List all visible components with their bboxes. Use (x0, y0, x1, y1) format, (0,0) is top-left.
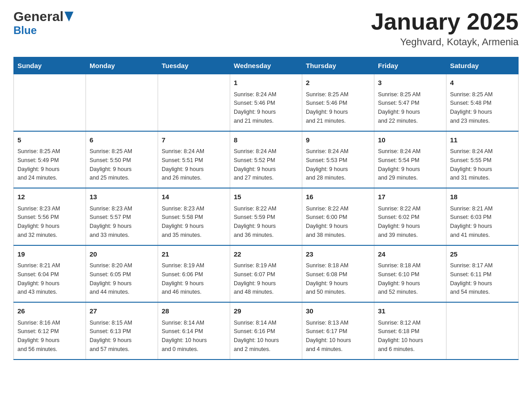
table-row: 17Sunrise: 8:22 AM Sunset: 6:02 PM Dayli… (374, 188, 446, 245)
day-number: 1 (234, 78, 298, 88)
day-info: Sunrise: 8:23 AM Sunset: 5:57 PM Dayligh… (90, 206, 132, 238)
table-row: 20Sunrise: 8:20 AM Sunset: 6:05 PM Dayli… (86, 245, 158, 303)
table-row: 30Sunrise: 8:13 AM Sunset: 6:17 PM Dayli… (302, 302, 374, 360)
page-header: General Blue January 2025 Yeghvard, Kota… (13, 9, 519, 48)
day-info: Sunrise: 8:18 AM Sunset: 6:08 PM Dayligh… (306, 262, 348, 295)
header-monday: Monday (86, 57, 158, 74)
table-row (86, 74, 158, 131)
table-row (14, 74, 86, 131)
day-info: Sunrise: 8:25 AM Sunset: 5:50 PM Dayligh… (90, 148, 132, 181)
day-number: 15 (234, 192, 298, 202)
day-info: Sunrise: 8:25 AM Sunset: 5:48 PM Dayligh… (450, 91, 493, 124)
day-number: 17 (378, 192, 442, 202)
day-info: Sunrise: 8:23 AM Sunset: 5:56 PM Dayligh… (17, 206, 60, 238)
header-friday: Friday (374, 57, 446, 74)
table-row: 7Sunrise: 8:24 AM Sunset: 5:51 PM Daylig… (158, 131, 230, 188)
day-number: 16 (306, 192, 370, 202)
day-info: Sunrise: 8:21 AM Sunset: 6:03 PM Dayligh… (450, 206, 493, 238)
table-row: 3Sunrise: 8:25 AM Sunset: 5:47 PM Daylig… (374, 74, 446, 131)
table-row: 15Sunrise: 8:22 AM Sunset: 5:59 PM Dayli… (230, 188, 302, 245)
day-info: Sunrise: 8:25 AM Sunset: 5:46 PM Dayligh… (306, 91, 348, 124)
day-number: 25 (450, 249, 515, 260)
table-row: 28Sunrise: 8:14 AM Sunset: 6:14 PM Dayli… (158, 302, 230, 360)
table-row: 13Sunrise: 8:23 AM Sunset: 5:57 PM Dayli… (86, 188, 158, 245)
day-number: 18 (450, 192, 515, 202)
day-info: Sunrise: 8:24 AM Sunset: 5:51 PM Dayligh… (162, 148, 204, 181)
day-number: 24 (378, 249, 442, 260)
title-area: January 2025 Yeghvard, Kotayk, Armenia (371, 9, 519, 48)
day-number: 12 (17, 192, 82, 202)
day-info: Sunrise: 8:24 AM Sunset: 5:55 PM Dayligh… (450, 148, 493, 181)
day-number: 4 (450, 78, 515, 88)
header-tuesday: Tuesday (158, 57, 230, 74)
calendar-week-row: 19Sunrise: 8:21 AM Sunset: 6:04 PM Dayli… (14, 245, 519, 303)
day-number: 13 (90, 192, 154, 202)
svg-marker-0 (64, 12, 73, 21)
calendar-title: January 2025 (371, 9, 519, 34)
calendar-week-row: 12Sunrise: 8:23 AM Sunset: 5:56 PM Dayli… (14, 188, 519, 245)
table-row: 24Sunrise: 8:18 AM Sunset: 6:10 PM Dayli… (374, 245, 446, 303)
table-row: 2Sunrise: 8:25 AM Sunset: 5:46 PM Daylig… (302, 74, 374, 131)
header-wednesday: Wednesday (230, 57, 302, 74)
day-info: Sunrise: 8:16 AM Sunset: 6:12 PM Dayligh… (17, 320, 60, 352)
header-thursday: Thursday (302, 57, 374, 74)
table-row: 27Sunrise: 8:15 AM Sunset: 6:13 PM Dayli… (86, 302, 158, 360)
table-row: 1Sunrise: 8:24 AM Sunset: 5:46 PM Daylig… (230, 74, 302, 131)
calendar-table: Sunday Monday Tuesday Wednesday Thursday… (13, 57, 519, 360)
calendar-week-row: 26Sunrise: 8:16 AM Sunset: 6:12 PM Dayli… (14, 302, 519, 360)
table-row: 12Sunrise: 8:23 AM Sunset: 5:56 PM Dayli… (14, 188, 86, 245)
header-sunday: Sunday (14, 57, 86, 74)
day-info: Sunrise: 8:22 AM Sunset: 6:00 PM Dayligh… (306, 206, 348, 238)
day-number: 28 (162, 306, 226, 317)
day-number: 20 (90, 249, 154, 260)
day-info: Sunrise: 8:14 AM Sunset: 6:16 PM Dayligh… (234, 320, 279, 352)
table-row: 21Sunrise: 8:19 AM Sunset: 6:06 PM Dayli… (158, 245, 230, 303)
table-row: 6Sunrise: 8:25 AM Sunset: 5:50 PM Daylig… (86, 131, 158, 188)
table-row: 26Sunrise: 8:16 AM Sunset: 6:12 PM Dayli… (14, 302, 86, 360)
day-number: 23 (306, 249, 370, 260)
day-info: Sunrise: 8:24 AM Sunset: 5:53 PM Dayligh… (306, 148, 348, 181)
table-row: 22Sunrise: 8:19 AM Sunset: 6:07 PM Dayli… (230, 245, 302, 303)
table-row: 16Sunrise: 8:22 AM Sunset: 6:00 PM Dayli… (302, 188, 374, 245)
day-number: 21 (162, 249, 226, 260)
day-number: 7 (162, 135, 226, 146)
calendar-subtitle: Yeghvard, Kotayk, Armenia (371, 36, 519, 48)
calendar-header-row: Sunday Monday Tuesday Wednesday Thursday… (14, 57, 519, 74)
day-number: 19 (17, 249, 82, 260)
table-row (158, 74, 230, 131)
day-number: 14 (162, 192, 226, 202)
day-number: 8 (234, 135, 298, 146)
day-info: Sunrise: 8:23 AM Sunset: 5:58 PM Dayligh… (162, 206, 204, 238)
day-number: 3 (378, 78, 442, 88)
day-info: Sunrise: 8:24 AM Sunset: 5:46 PM Dayligh… (234, 91, 276, 124)
table-row: 10Sunrise: 8:24 AM Sunset: 5:54 PM Dayli… (374, 131, 446, 188)
day-number: 22 (234, 249, 298, 260)
day-number: 27 (90, 306, 154, 317)
table-row: 25Sunrise: 8:17 AM Sunset: 6:11 PM Dayli… (446, 245, 519, 303)
table-row: 4Sunrise: 8:25 AM Sunset: 5:48 PM Daylig… (446, 74, 519, 131)
table-row: 19Sunrise: 8:21 AM Sunset: 6:04 PM Dayli… (14, 245, 86, 303)
day-number: 10 (378, 135, 442, 146)
day-info: Sunrise: 8:25 AM Sunset: 5:49 PM Dayligh… (17, 148, 60, 181)
day-info: Sunrise: 8:21 AM Sunset: 6:04 PM Dayligh… (17, 262, 60, 295)
day-number: 9 (306, 135, 370, 146)
table-row: 23Sunrise: 8:18 AM Sunset: 6:08 PM Dayli… (302, 245, 374, 303)
day-info: Sunrise: 8:24 AM Sunset: 5:52 PM Dayligh… (234, 148, 276, 181)
logo-arrow-icon (64, 12, 73, 23)
logo-blue-text: Blue (13, 24, 37, 37)
day-info: Sunrise: 8:12 AM Sunset: 6:18 PM Dayligh… (378, 320, 423, 352)
day-number: 29 (234, 306, 298, 317)
table-row: 8Sunrise: 8:24 AM Sunset: 5:52 PM Daylig… (230, 131, 302, 188)
day-number: 31 (378, 306, 442, 317)
day-number: 5 (17, 135, 82, 146)
table-row: 18Sunrise: 8:21 AM Sunset: 6:03 PM Dayli… (446, 188, 519, 245)
day-info: Sunrise: 8:15 AM Sunset: 6:13 PM Dayligh… (90, 320, 132, 352)
logo: General Blue (13, 9, 73, 37)
day-info: Sunrise: 8:22 AM Sunset: 5:59 PM Dayligh… (234, 206, 276, 238)
day-number: 6 (90, 135, 154, 146)
day-number: 11 (450, 135, 515, 146)
header-saturday: Saturday (446, 57, 519, 74)
day-info: Sunrise: 8:19 AM Sunset: 6:07 PM Dayligh… (234, 262, 276, 295)
day-info: Sunrise: 8:17 AM Sunset: 6:11 PM Dayligh… (450, 262, 493, 295)
table-row: 31Sunrise: 8:12 AM Sunset: 6:18 PM Dayli… (374, 302, 446, 360)
